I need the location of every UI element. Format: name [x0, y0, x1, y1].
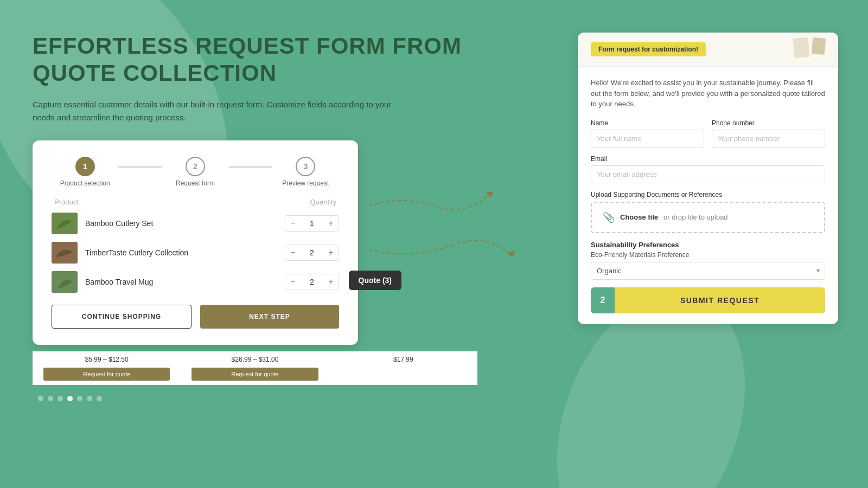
step-number-badge: 2	[591, 287, 615, 313]
svg-point-1	[542, 314, 760, 488]
qty-plus-3[interactable]: +	[323, 274, 339, 290]
upload-dropzone[interactable]: 📎 Choose file or drop file to upload	[591, 202, 825, 233]
step-2: 2 Request form	[162, 157, 228, 187]
qty-plus-2[interactable]: +	[323, 245, 339, 260]
qty-control-3[interactable]: − 2 +	[285, 274, 339, 290]
step-line-1	[118, 166, 162, 168]
dot-5[interactable]	[77, 396, 82, 401]
qty-value-3: 2	[305, 278, 318, 286]
step-3-label: Preview request	[282, 179, 329, 187]
dot-2[interactable]	[48, 396, 53, 401]
products-strip: $5.99 – $12.50 Request for quote $26.99 …	[33, 351, 477, 385]
email-input[interactable]	[591, 165, 825, 183]
step-1-circle: 1	[75, 157, 95, 176]
continue-shopping-button[interactable]: CONTINUE SHOPPING	[52, 305, 192, 329]
sustainability-section: Sustainability Preferences Eco-Friendly …	[591, 241, 825, 280]
svg-marker-6	[507, 251, 515, 258]
col-product: Product	[54, 198, 79, 206]
upload-label: Upload Supporting Documents or Reference…	[591, 191, 825, 198]
quote-badge[interactable]: Quote (3)	[349, 271, 401, 290]
name-group: Name	[591, 119, 704, 147]
dot-3[interactable]	[58, 396, 63, 401]
strip-item-3: $17.99	[329, 351, 477, 385]
phone-group: Phone number	[712, 119, 825, 147]
deco-shape-1	[793, 37, 809, 58]
qty-value-1: 1	[305, 219, 318, 228]
strip-price-3: $17.99	[340, 356, 467, 363]
email-label: Email	[591, 155, 825, 163]
svg-marker-5	[486, 191, 494, 198]
email-group: Email	[591, 155, 825, 183]
table-row: Bamboo Travel Mug − 2 +	[52, 271, 339, 293]
phone-input[interactable]	[712, 130, 825, 147]
product-image-3	[52, 271, 78, 293]
name-input[interactable]	[591, 130, 704, 147]
action-buttons: CONTINUE SHOPPING NEXT STEP	[52, 305, 339, 329]
product-name-2: TimberTaste Cutlery Collection	[85, 248, 277, 257]
table-row: TimberTaste Cutlery Collection − 2 +	[52, 242, 339, 264]
paperclip-icon: 📎	[603, 211, 615, 223]
qty-plus-1[interactable]: +	[323, 216, 339, 231]
step-2-label: Request form	[176, 179, 215, 187]
col-quantity: Quantity	[310, 198, 336, 206]
next-step-button[interactable]: NEXT STEP	[200, 305, 339, 329]
header-badge: Form request for customization!	[591, 42, 706, 56]
table-headers: Product Quantity	[52, 198, 339, 206]
request-quote-btn-1[interactable]: Request for quote	[43, 368, 170, 381]
name-label: Name	[591, 119, 704, 127]
card-header: Form request for customization!	[578, 33, 838, 67]
strip-item-2: $26.99 – $31.00 Request for quote	[181, 351, 329, 385]
product-selection-card: 1 Product selection 2 Request form 3 Pre…	[33, 140, 358, 345]
email-row: Email	[591, 155, 825, 183]
table-row: Bamboo Cutlery Set − 1 +	[52, 213, 339, 234]
dot-7[interactable]	[97, 396, 102, 401]
request-card: Form request for customization! Hello! W…	[578, 33, 838, 324]
request-quote-btn-2[interactable]: Request for quote	[192, 368, 318, 381]
qty-value-2: 2	[305, 248, 318, 257]
page-subtitle: Capture essential customer details with …	[33, 98, 401, 124]
choose-file-button[interactable]: Choose file	[620, 213, 658, 221]
product-image-2	[52, 242, 78, 264]
phone-label: Phone number	[712, 119, 825, 127]
step-2-circle: 2	[186, 157, 205, 176]
eco-select[interactable]: Organic Recycled Biodegradable Vegan	[591, 262, 825, 280]
upload-section: Upload Supporting Documents or Reference…	[591, 191, 825, 233]
dot-1[interactable]	[38, 396, 43, 401]
strip-price-2: $26.99 – $31.00	[192, 356, 318, 363]
carousel-dots	[33, 396, 477, 401]
step-3-circle: 3	[296, 157, 315, 176]
qty-control-1[interactable]: − 1 +	[285, 215, 339, 232]
step-3: 3 Preview request	[272, 157, 339, 187]
name-phone-row: Name Phone number	[591, 119, 825, 147]
eco-select-wrap: Organic Recycled Biodegradable Vegan ▾	[591, 262, 825, 280]
qty-minus-1[interactable]: −	[285, 216, 301, 231]
step-line-2	[229, 166, 272, 168]
step-1-label: Product selection	[60, 179, 110, 187]
welcome-text: Hello! We're excited to assist you in yo…	[591, 78, 825, 110]
request-form-panel: Form request for customization! Hello! W…	[578, 33, 838, 324]
qty-minus-3[interactable]: −	[285, 274, 301, 290]
deco-shape-2	[812, 37, 826, 55]
strip-price-1: $5.99 – $12.50	[43, 356, 170, 363]
stepper: 1 Product selection 2 Request form 3 Pre…	[52, 157, 339, 187]
page-title: EFFORTLESS REQUEST FORM FROM QUOTE COLLE…	[33, 33, 477, 87]
qty-minus-2[interactable]: −	[285, 245, 301, 260]
product-name-1: Bamboo Cutlery Set	[85, 219, 277, 228]
header-decoration	[794, 38, 825, 57]
dot-6[interactable]	[87, 396, 92, 401]
strip-item-1: $5.99 – $12.50 Request for quote	[33, 351, 181, 385]
submit-request-button[interactable]: SUBMIT REQUEST	[615, 288, 825, 312]
submit-row: 2 SUBMIT REQUEST	[591, 287, 825, 313]
eco-label: Eco-Friendly Materials Preference	[591, 251, 825, 259]
sustainability-title: Sustainability Preferences	[591, 241, 825, 249]
dot-4-active[interactable]	[67, 396, 73, 401]
card-body: Hello! We're excited to assist you in yo…	[578, 67, 838, 324]
product-name-3: Bamboo Travel Mug	[85, 278, 277, 286]
qty-control-2[interactable]: − 2 +	[285, 245, 339, 261]
upload-hint: or drop file to upload	[663, 213, 728, 221]
product-image-1	[52, 213, 78, 234]
step-1: 1 Product selection	[52, 157, 118, 187]
